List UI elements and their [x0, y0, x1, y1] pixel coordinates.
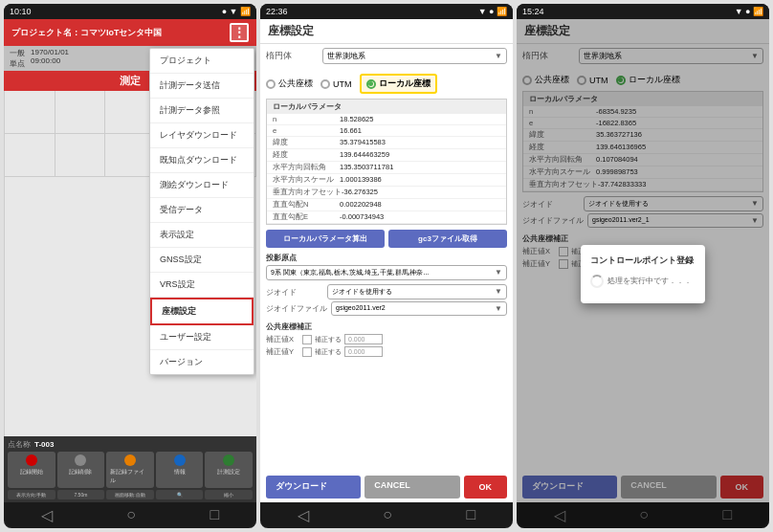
grid-cell [55, 134, 106, 177]
time-1: 10:10 [10, 7, 32, 16]
geoid-select[interactable]: ジオイドを使用する ▼ [327, 284, 507, 299]
grid-cell [55, 91, 106, 134]
radio-local[interactable]: ローカル座標 [360, 74, 437, 94]
zoom-in-btn[interactable]: 🔍 [156, 490, 204, 499]
menu-item-display[interactable]: 表示設定 [150, 223, 254, 248]
phone-3: 15:24 ▼ ● 📶 座標設定 楕円体 世界測地系 ▼ 公共座標 UTM [517, 4, 769, 528]
radio-utm[interactable]: UTM [320, 79, 352, 89]
progress-row: 処理を実行中です．．． [590, 275, 696, 288]
app-header-1: プロジェクト名：コマツIoTセンタ中国 ⋮ [4, 19, 256, 46]
param-lon: 経度 139.644463259 [267, 149, 506, 162]
home-nav[interactable]: ○ [383, 506, 392, 524]
recent-nav[interactable]: □ [210, 506, 220, 524]
radio-public[interactable]: 公共座標 [266, 78, 313, 90]
measure-settings-btn[interactable]: 計測設定 [205, 452, 253, 488]
nav-bar-2: ◁ ○ □ [260, 502, 513, 528]
calc-local-btn[interactable]: ローカルパラメータ算出 [266, 230, 385, 248]
correction-y-row: 補正値Y 補正する 0.000 [266, 346, 507, 357]
menu-item-gnss[interactable]: GNSS設定 [150, 248, 254, 273]
icons-3: ▼ ● 📶 [735, 7, 763, 16]
geoid-file-row: ジオイドファイル gsigeo2011.ver2 ▼ [266, 301, 507, 316]
screen-3: 座標設定 楕円体 世界測地系 ▼ 公共座標 UTM ローカル座標 [517, 19, 769, 528]
projection-label: 投影原点 [266, 253, 507, 263]
menu-item-project[interactable]: プロジェクト [150, 49, 254, 74]
phone-2: 22:36 ▼ ● 📶 座標設定 楕円体 世界測地系 ▼ 公共座標 UTM [260, 4, 513, 528]
back-nav[interactable]: ◁ [298, 506, 309, 524]
coord-settings-title: 座標設定 [260, 19, 513, 44]
projection-section: 投影原点 9系 関東（東京,福島,栃木,茨城,埼玉,千葉,群馬,神奈... ▼ [260, 251, 513, 282]
get-gc3-btn[interactable]: gc3ファイル取得 [388, 230, 507, 248]
nav-bar-1: ◁ ○ □ [4, 502, 256, 528]
ellipsoid-section: 楕円体 世界測地系 ▼ [260, 44, 513, 71]
ellipsoid-select[interactable]: 世界測地系 ▼ [322, 48, 507, 64]
direction-btn[interactable]: 表示方向:手動 [8, 490, 55, 499]
menu-item-received[interactable]: 受信データ [150, 198, 254, 223]
radio-dot-public [266, 79, 276, 89]
calc-row: ローカルパラメータ算出 gc3ファイル取得 [260, 227, 513, 251]
param-offset: 垂直方向オフセット -36.276325 [267, 187, 506, 199]
params-box: ローカルパラメータ n 18.528625 e 16.661 緯度 35.379… [266, 99, 507, 225]
param-slope-n: 直直勾配N 0.002202948 [267, 199, 506, 211]
zoom-out-btn[interactable]: 縮小 [205, 490, 253, 499]
chevron-down-icon: ▼ [495, 304, 502, 313]
geoid-row: ジオイド ジオイドを使用する ▼ [266, 284, 507, 299]
menu-item-layer-dl[interactable]: レイヤダウンロード [150, 123, 254, 148]
menu-item-vrs[interactable]: VRS設定 [150, 273, 254, 298]
record-start-btn[interactable]: 記録開始 [8, 452, 55, 488]
record-icon [26, 454, 37, 466]
correction-x-row: 補正値X 補正する 0.000 [266, 334, 507, 344]
dialog-status: 処理を実行中です．．． [607, 276, 692, 286]
new-file-btn[interactable]: 新記録ファイル [106, 452, 154, 488]
menu-item-ref[interactable]: 計測データ参照 [150, 99, 254, 123]
param-e: e 16.661 [267, 125, 506, 137]
download-button[interactable]: ダウンロード [266, 476, 361, 499]
settings-icon [223, 454, 234, 466]
chevron-down-icon: ▼ [495, 287, 502, 297]
cancel-button[interactable]: CANCEL [364, 476, 459, 499]
icons-1: ● ▼ 📶 [222, 7, 251, 16]
phone-1: 10:10 ● ▼ 📶 プロジェクト名：コマツIoTセンタ中国 ⋮ 一般 単点 … [4, 4, 256, 528]
status-bar-2: 22:36 ▼ ● 📶 [260, 4, 513, 19]
point-row: 点名称 T-003 [8, 439, 253, 450]
radio-dot-local [366, 79, 376, 89]
params-title: ローカルパラメータ [267, 100, 506, 114]
screen-2: 座標設定 楕円体 世界測地系 ▼ 公共座標 UTM ローカル座標 [260, 19, 513, 528]
action-buttons: 記録開始 記録削除 新記録ファイル 情報 計測設定 [8, 452, 253, 488]
param-lat: 緯度 35.379415583 [267, 137, 506, 149]
measure-row: 表示方向:手動 7.50m 画面移動:自動 🔍 縮小 [8, 490, 253, 499]
projection-select[interactable]: 9系 関東（東京,福島,栃木,茨城,埼玉,千葉,群馬,神奈... ▼ [266, 265, 507, 280]
home-nav[interactable]: ○ [126, 506, 136, 524]
grid-cell [105, 134, 156, 177]
info-icon [174, 454, 186, 466]
chevron-down-icon: ▼ [495, 52, 502, 60]
recent-nav[interactable]: □ [467, 506, 476, 524]
menu-item-send[interactable]: 計測データ送信 [150, 74, 254, 99]
ok-button[interactable]: OK [464, 476, 508, 499]
correction-y-checkbox[interactable] [302, 347, 312, 357]
delete-icon [75, 454, 86, 466]
correction-x-checkbox[interactable] [302, 335, 312, 344]
ellipsoid-label: 楕円体 [266, 50, 319, 62]
menu-item-known-dl[interactable]: 既知点ダウンロード [150, 148, 254, 173]
screen-1: プロジェクト名：コマツIoTセンタ中国 ⋮ 一般 単点 1970/01/01 0… [4, 19, 256, 528]
menu-item-coord[interactable]: 座標設定 [150, 298, 254, 325]
bottom-bar: 点名称 T-003 記録開始 記録削除 新記録ファイル 情報 [4, 436, 256, 502]
progress-dialog: コントロールポイント登録 処理を実行中です．．． [581, 245, 705, 303]
record-delete-btn[interactable]: 記録削除 [57, 452, 105, 488]
menu-button[interactable]: ⋮ [230, 23, 249, 42]
menu-item-version[interactable]: バージョン [150, 350, 254, 374]
dialog-overlay: コントロールポイント登録 処理を実行中です．．． [517, 19, 769, 528]
info-btn[interactable]: 情報 [156, 452, 204, 488]
param-n: n 18.528625 [267, 114, 506, 125]
menu-item-user[interactable]: ユーザー設定 [150, 325, 254, 350]
distance-btn[interactable]: 7.50m [57, 490, 105, 499]
time-2: 22:36 [266, 7, 288, 16]
param-slope-e: 直直勾配E -0.000734943 [267, 211, 506, 224]
menu-item-survey-dl[interactable]: 測絵ダウンロード [150, 173, 254, 198]
param-scale: 水平方向スケール 1.000139386 [267, 174, 506, 187]
back-nav[interactable]: ◁ [41, 506, 53, 524]
geoid-file-select[interactable]: gsigeo2011.ver2 ▼ [331, 301, 507, 316]
correction-title: 公共座標補正 [266, 321, 507, 332]
auto-move-btn[interactable]: 画面移動:自動 [106, 490, 154, 499]
file-icon [124, 454, 136, 466]
